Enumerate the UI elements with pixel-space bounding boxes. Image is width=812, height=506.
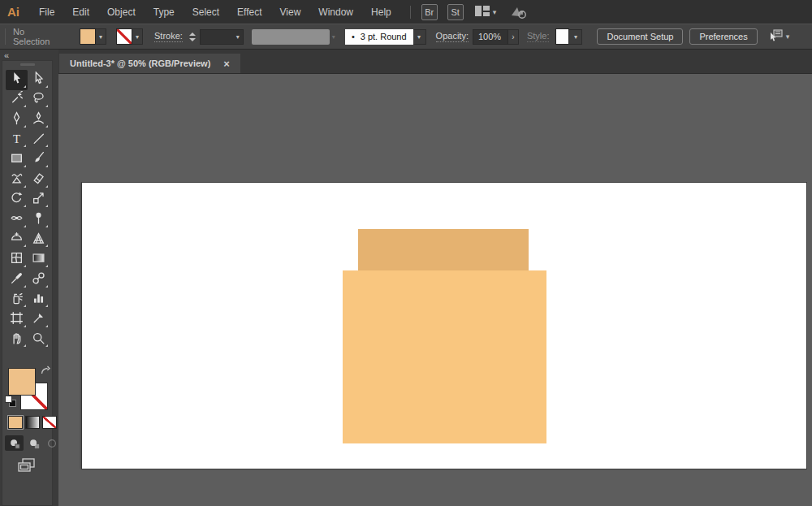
rotate-tool[interactable] [6,190,28,210]
collapse-panel-icon[interactable]: « [4,50,8,60]
pen-icon [10,111,24,128]
menu-type[interactable]: Type [145,0,184,24]
style-dropdown-chevron[interactable]: ▾ [569,29,582,45]
menu-effect[interactable]: Effect [228,0,270,24]
gpu-performance-icon[interactable] [509,5,527,19]
stock-button[interactable]: St [447,4,464,20]
draw-behind-icon[interactable] [24,435,43,451]
menubar-divider [410,6,411,19]
style-swatch[interactable] [555,28,569,45]
none-mode-button[interactable] [42,416,57,429]
paintbrush-tool[interactable] [28,149,50,170]
menu-select[interactable]: Select [184,0,228,24]
illustrator-logo: Ai [7,5,19,19]
document-canvas[interactable] [58,74,812,506]
slice-icon [32,311,45,328]
mesh-tool[interactable] [6,249,28,270]
perspective-grid-tool[interactable] [28,230,50,250]
brush-definition-dropdown-disabled [252,29,330,45]
fill-swatch[interactable] [8,368,36,396]
curvature-tool[interactable] [28,110,50,130]
shaper-tool[interactable] [6,170,28,190]
opacity-input[interactable]: 100% [473,29,508,45]
draw-normal-icon[interactable] [5,435,24,451]
lasso-icon [32,91,45,108]
menu-view[interactable]: View [271,0,310,24]
eyedropper-tool[interactable] [6,270,28,290]
panel-grip[interactable] [20,63,35,66]
document-setup-button[interactable]: Document Setup [597,28,683,45]
puppet-warp-tool[interactable] [28,210,50,230]
perspective-grid-icon [32,231,45,249]
magic-wand-icon [10,91,24,108]
rectangle-icon [10,151,24,168]
change-screen-mode-icon[interactable] [17,456,37,478]
bridge-button[interactable]: Br [421,4,438,20]
puppet-warp-icon [32,211,45,228]
opacity-label[interactable]: Opacity: [436,31,469,42]
default-fill-stroke-icon[interactable] [5,396,16,407]
slice-tool[interactable] [28,309,50,330]
close-tab-icon[interactable]: × [223,58,230,70]
width-icon [10,211,24,228]
stroke-color-dropdown[interactable]: ▾ [132,28,143,45]
gradient-tool[interactable] [28,249,50,270]
artboard[interactable] [82,183,806,469]
line-segment-icon [32,132,45,149]
variable-width-profile-dropdown[interactable]: • 3 pt. Round [345,29,413,45]
menu-file[interactable]: File [30,0,63,24]
magic-wand-tool[interactable] [6,90,28,110]
pen-tool[interactable] [6,110,28,130]
fill-color-dropdown[interactable]: ▾ [96,28,106,45]
color-mode-button[interactable] [8,416,23,429]
lasso-tool[interactable] [28,90,50,110]
rotate-icon [10,191,24,208]
selection-icon [10,71,24,89]
scale-tool[interactable] [28,190,50,210]
menu-object[interactable]: Object [98,0,145,24]
select-similar-icon [767,29,783,44]
front-rectangle[interactable] [343,270,546,443]
workspace-switcher[interactable]: ▾ [475,6,497,19]
stroke-width-stepper[interactable] [189,32,198,41]
width-tool[interactable] [6,210,28,230]
artboard-tool[interactable] [6,309,28,330]
rectangle-tool[interactable] [6,149,28,170]
gradient-mode-button[interactable] [25,416,40,429]
bullet-icon: • [352,32,355,41]
menu-help[interactable]: Help [362,0,400,24]
direct-selection-tool[interactable] [28,70,50,90]
shape-builder-tool[interactable] [6,230,28,250]
menu-edit[interactable]: Edit [63,0,98,24]
stroke-label[interactable]: Stroke: [154,31,183,42]
tool-grid: T [6,70,50,349]
opacity-expand-button[interactable]: › [508,29,519,45]
blend-tool[interactable] [28,270,50,290]
eraser-tool[interactable] [28,170,50,190]
chevron-down-icon: ▾ [332,33,335,41]
chevron-down-icon: ▾ [417,33,421,41]
selection-tool[interactable] [6,70,28,90]
document-tab[interactable]: Untitled-3* @ 50% (RGB/Preview) × [59,54,240,73]
stroke-width-dropdown[interactable]: ▾ [200,29,244,45]
swap-fill-stroke-icon[interactable] [40,365,52,379]
line-segment-tool[interactable] [28,130,50,150]
profile-dropdown-chevron[interactable]: ▾ [413,29,426,45]
column-graph-tool[interactable] [28,290,50,310]
back-rectangle[interactable] [358,229,529,270]
hand-tool[interactable] [6,330,28,350]
fill-color-swatch[interactable] [80,28,96,45]
select-similar-options[interactable]: ▾ [767,29,790,44]
type-tool[interactable]: T [6,130,28,150]
symbol-sprayer-tool[interactable] [6,290,28,310]
hand-icon [10,331,24,348]
blend-icon [32,271,45,288]
document-tab-bar: Untitled-3* @ 50% (RGB/Preview) × [58,50,812,74]
stepper-up-icon[interactable] [189,32,196,36]
stepper-down-icon[interactable] [189,38,196,41]
menu-window[interactable]: Window [309,0,362,24]
zoom-tool[interactable] [28,330,50,350]
eyedropper-icon [10,271,24,288]
preferences-button[interactable]: Preferences [689,28,757,45]
stroke-color-swatch[interactable] [116,28,132,45]
